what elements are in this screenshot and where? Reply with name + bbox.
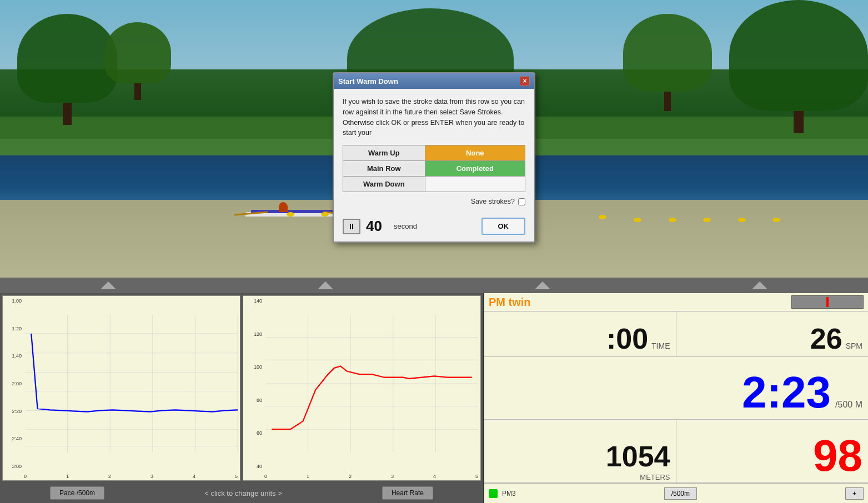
warmdown-status	[425, 177, 525, 192]
table-row: Main Row Completed	[343, 161, 525, 177]
pace-chart-svg	[25, 298, 238, 469]
pace-cell: 2:23 /500 M	[484, 357, 868, 420]
arrow-up-2[interactable]	[318, 281, 333, 289]
warmdown-label: Warm Down	[343, 177, 425, 192]
pm-status-dot	[489, 489, 498, 498]
hr-x-labels: 0 1 2 3 4 5	[264, 474, 478, 479]
meters-cell: 1054 METERS	[484, 420, 676, 483]
ok-button[interactable]: OK	[481, 218, 526, 235]
hr-button[interactable]: Heart Rate	[382, 486, 433, 500]
hr-value: 98	[813, 430, 862, 481]
dialog-footer: ⏸ 40 second OK	[334, 215, 534, 242]
pace-button[interactable]: Pace /500m	[50, 486, 104, 500]
pm-title: PM twin	[489, 296, 531, 309]
meters-label: METERS	[640, 473, 670, 481]
time-value: :00	[606, 322, 648, 355]
table-row: Warm Up None	[343, 145, 525, 161]
spm-label: SPM	[846, 341, 862, 350]
pm-indicator	[791, 295, 864, 309]
pace-chart: 1:00 1:20 1:40 2:00 2:20 2:40 3:00	[2, 295, 240, 481]
pace-unit: /500 M	[835, 400, 862, 410]
time-cell: :00 TIME	[484, 311, 676, 357]
modal-overlay: Start Warm Down × If you wish to save th…	[0, 0, 868, 278]
pm-bottom-bar: PM3 /500m +	[484, 483, 868, 503]
dialog-titlebar: Start Warm Down ×	[334, 73, 534, 89]
pm-unit-button[interactable]: /500m	[664, 487, 697, 500]
save-strokes-checkbox[interactable]	[518, 198, 525, 205]
close-button[interactable]: ×	[520, 76, 530, 86]
charts-row: 1:00 1:20 1:40 2:00 2:20 2:40 3:00	[0, 293, 483, 483]
hr-chart: 140 120 100 80 60 40	[243, 295, 481, 481]
save-strokes-row: Save strokes?	[343, 198, 525, 205]
hr-cell: 98	[676, 420, 869, 483]
dialog-title: Start Warm Down	[338, 77, 398, 85]
hr-chart-svg	[265, 298, 478, 469]
save-strokes-label: Save strokes?	[471, 198, 515, 205]
arrow-up-4[interactable]	[752, 281, 767, 289]
change-units-label[interactable]: < click to change units >	[204, 489, 282, 497]
pace-y-labels: 1:00 1:20 1:40 2:00 2:20 2:40 3:00	[3, 298, 24, 469]
warmup-status: None	[425, 145, 525, 161]
charts-section: 1:00 1:20 1:40 2:00 2:20 2:40 3:00	[0, 293, 483, 503]
pace-x-labels: 0 1 2 3 4 5	[24, 474, 238, 479]
arrow-up-1[interactable]	[101, 281, 116, 289]
content-row: 1:00 1:20 1:40 2:00 2:20 2:40 3:00	[0, 293, 868, 503]
dialog-body-text: If you wish to save the stroke data from…	[343, 97, 525, 138]
time-label: TIME	[651, 341, 670, 350]
pm-header: PM twin	[484, 293, 868, 311]
dialog: Start Warm Down × If you wish to save th…	[333, 72, 535, 243]
pace-value: 2:23	[742, 367, 831, 418]
pm-plus-button[interactable]: +	[845, 487, 864, 500]
arrow-bar	[0, 278, 868, 293]
mainrow-label: Main Row	[343, 161, 425, 177]
meters-value: 1054	[606, 440, 670, 473]
arrow-up-3[interactable]	[535, 281, 550, 289]
warmup-label: Warm Up	[343, 145, 425, 161]
stats-grid: :00 TIME 26 SPM 2:23 /500 M	[484, 311, 868, 483]
charts-bottom-bar: Pace /500m < click to change units > Hea…	[0, 483, 483, 503]
status-table: Warm Up None Main Row Completed Warm Dow…	[343, 145, 525, 192]
bottom-panel: 1:00 1:20 1:40 2:00 2:20 2:40 3:00	[0, 278, 868, 503]
spm-cell: 26 SPM	[676, 311, 869, 357]
table-row: Warm Down	[343, 177, 525, 192]
timer-display: 40	[366, 218, 388, 235]
pm-status-text: PM3	[502, 490, 516, 497]
pause-button[interactable]: ⏸	[343, 219, 360, 234]
timer-label: second	[394, 222, 417, 230]
dialog-body: If you wish to save the stroke data from…	[334, 89, 534, 215]
spm-value: 26	[810, 322, 842, 355]
pm-indicator-bar	[826, 297, 829, 307]
pm-section: PM twin :00 TIME 26 SPM	[483, 293, 868, 503]
mainrow-status: Completed	[425, 161, 525, 177]
hr-y-labels: 140 120 100 80 60 40	[243, 298, 264, 469]
